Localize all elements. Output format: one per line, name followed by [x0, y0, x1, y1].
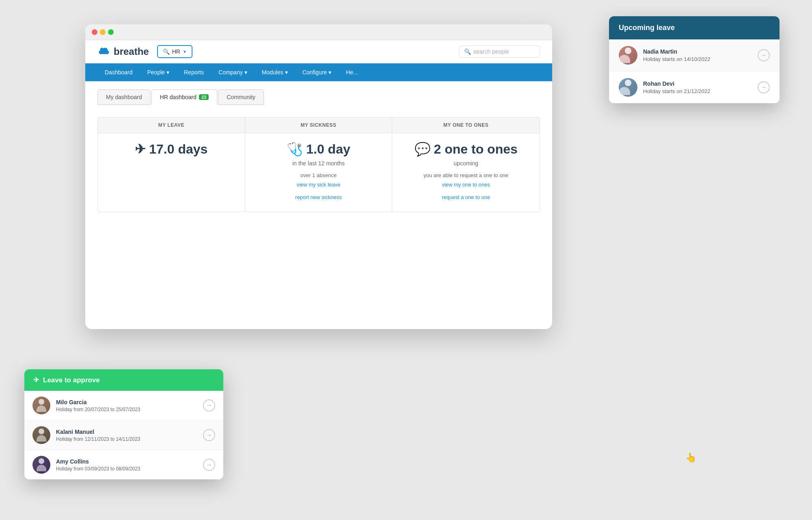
hr-dropdown[interactable]: 🔍 HR ▼ [157, 45, 192, 58]
nadia-info: Nadia Martin Holiday starts on 14/10/202… [643, 48, 752, 62]
nav-dashboard[interactable]: Dashboard [97, 63, 140, 81]
tab-community-label: Community [227, 94, 255, 100]
app-header: breathe 🔍 HR ▼ 🔍 search people [85, 40, 552, 63]
cursor: 👆 [685, 453, 696, 463]
my-sickness-info: over 1 absence [255, 172, 382, 178]
search-bar-icon: 🔍 [464, 48, 471, 55]
my-sickness-subtitle: in the last 12 months [255, 160, 382, 167]
milo-name: Milo Garcia [56, 399, 197, 405]
nadia-date: Holiday starts on 14/10/2022 [643, 56, 752, 62]
amy-avatar [32, 456, 50, 474]
search-bar[interactable]: 🔍 search people [459, 46, 540, 58]
rohan-info: Rohan Devi Holiday starts on 21/12/2022 [643, 80, 752, 94]
chat-icon: 💬 [415, 141, 431, 157]
sickness-icon: 🩺 [287, 141, 303, 157]
browser-chrome [85, 24, 552, 40]
my-one-to-ones-card: MY ONE TO ONES 💬 2 one to ones upcoming … [392, 117, 540, 212]
leave-to-approve-panel: ✈ Leave to approve Milo Garcia Holiday f… [24, 369, 223, 479]
milo-avatar [32, 396, 50, 414]
rohan-name: Rohan Devi [643, 80, 752, 87]
nav-reports[interactable]: Reports [177, 63, 211, 81]
nav-help[interactable]: He... [339, 63, 365, 81]
my-sickness-value: 🩺 1.0 day [255, 141, 382, 157]
kalani-info: Kalani Manuel Holiday from 12/11/2023 to… [56, 429, 197, 442]
dashboard-content: MY LEAVE ✈ 17.0 days MY SICKNESS 🩺 1.0 d… [85, 105, 552, 224]
nav-bar: Dashboard People ▾ Reports Company ▾ Mod… [85, 63, 552, 81]
kalani-name: Kalani Manuel [56, 429, 197, 435]
my-one-to-ones-info: you are able to request a one to one [402, 172, 530, 178]
search-icon: 🔍 [163, 48, 170, 55]
close-button[interactable] [92, 29, 97, 35]
amy-name: Amy Collins [56, 458, 197, 465]
tabs-area: My dashboard HR dashboard 23 Community [85, 81, 552, 105]
rohan-avatar [619, 78, 637, 97]
approve-item-kalani: Kalani Manuel Holiday from 12/11/2023 to… [24, 420, 223, 450]
maximize-button[interactable] [108, 29, 114, 35]
kalani-date: Holiday from 12/11/2023 to 14/11/2023 [56, 436, 197, 442]
traffic-lights [92, 29, 114, 35]
logo-cloud-icon [97, 47, 110, 56]
hr-dashboard-badge: 23 [199, 94, 209, 100]
view-sick-leave-link[interactable]: view my sick leave [255, 182, 382, 188]
app-name: breathe [114, 46, 149, 57]
upcoming-leave-header: Upcoming leave [609, 16, 780, 39]
amy-arrow-button[interactable]: → [203, 459, 215, 471]
tab-my-dashboard-label: My dashboard [106, 94, 142, 100]
nav-modules[interactable]: Modules ▾ [255, 63, 295, 81]
approve-item-amy: Amy Collins Holiday from 03/09/2023 to 0… [24, 450, 223, 479]
plane-icon: ✈ [135, 141, 146, 157]
search-bar-placeholder: search people [473, 48, 509, 55]
tab-my-dashboard[interactable]: My dashboard [97, 89, 151, 105]
nadia-arrow-button[interactable]: → [758, 49, 770, 61]
leave-to-approve-header: ✈ Leave to approve [24, 369, 223, 391]
browser-window: breathe 🔍 HR ▼ 🔍 search people Dashboard… [85, 24, 552, 329]
nav-company[interactable]: Company ▾ [211, 63, 255, 81]
amy-date: Holiday from 03/09/2023 to 08/09/2023 [56, 466, 197, 472]
logo-area: breathe [97, 46, 149, 57]
amy-info: Amy Collins Holiday from 03/09/2023 to 0… [56, 458, 197, 472]
upcoming-leave-panel: Upcoming leave Nadia Martin Holiday star… [609, 16, 780, 103]
request-one-to-one-link[interactable]: request a one to one [402, 194, 530, 200]
stats-grid: MY LEAVE ✈ 17.0 days MY SICKNESS 🩺 1.0 d… [97, 117, 540, 212]
my-sickness-card: MY SICKNESS 🩺 1.0 day in the last 12 mon… [245, 117, 393, 212]
nav-configure[interactable]: Configure ▾ [295, 63, 339, 81]
approve-plane-icon: ✈ [33, 376, 39, 384]
my-leave-value: ✈ 17.0 days [108, 141, 235, 157]
milo-arrow-button[interactable]: → [203, 399, 215, 412]
view-one-to-ones-link[interactable]: view my one to ones [402, 182, 530, 188]
nadia-name: Nadia Martin [643, 48, 752, 55]
my-one-to-ones-header: MY ONE TO ONES [392, 117, 540, 133]
nadia-avatar [619, 46, 637, 65]
approve-header-label: Leave to approve [43, 376, 100, 384]
rohan-arrow-button[interactable]: → [758, 81, 770, 93]
tab-hr-dashboard[interactable]: HR dashboard 23 [151, 89, 218, 105]
minimize-button[interactable] [100, 29, 106, 35]
my-sickness-header: MY SICKNESS [245, 117, 392, 133]
rohan-date: Holiday starts on 21/12/2022 [643, 88, 752, 94]
nav-people[interactable]: People ▾ [140, 63, 177, 81]
dropdown-arrow-icon: ▼ [183, 50, 187, 54]
my-one-to-ones-value: 💬 2 one to ones [402, 141, 530, 157]
milo-date: Holiday from 20/07/2023 to 25/07/2023 [56, 407, 197, 412]
kalani-avatar [32, 426, 50, 444]
my-leave-header: MY LEAVE [98, 117, 245, 133]
tab-hr-dashboard-label: HR dashboard [160, 94, 197, 100]
milo-info: Milo Garcia Holiday from 20/07/2023 to 2… [56, 399, 197, 412]
approve-item-milo: Milo Garcia Holiday from 20/07/2023 to 2… [24, 391, 223, 420]
leave-item-nadia: Nadia Martin Holiday starts on 14/10/202… [609, 39, 780, 72]
hr-label: HR [172, 48, 180, 55]
my-leave-card: MY LEAVE ✈ 17.0 days [98, 117, 245, 212]
report-new-sickness-link[interactable]: report new sickness [255, 194, 382, 200]
my-one-to-ones-subtitle: upcoming [402, 160, 530, 167]
leave-item-rohan: Rohan Devi Holiday starts on 21/12/2022 … [609, 72, 780, 103]
tab-community[interactable]: Community [218, 89, 264, 105]
kalani-arrow-button[interactable]: → [203, 429, 215, 441]
